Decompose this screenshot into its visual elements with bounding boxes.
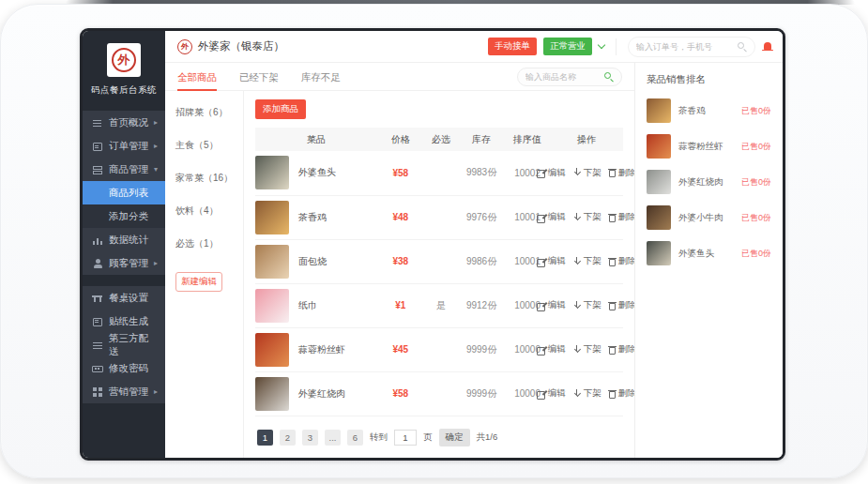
table-row: 外婆鱼头 ¥58 9983份 10002 (255, 151, 623, 195)
sidebar-item-label: 营销管理 (109, 386, 148, 399)
dish-name: 蒜蓉粉丝虾 (298, 343, 345, 356)
tab[interactable]: 库存不足 (301, 63, 341, 91)
search-icon[interactable] (603, 71, 614, 82)
category-item[interactable]: 招牌菜（6） (175, 106, 243, 119)
take-down-action[interactable]: 下架 (572, 167, 602, 179)
edit-action[interactable]: 编辑 (537, 299, 566, 311)
page-button[interactable]: 3 (302, 430, 318, 446)
trash-icon (608, 213, 617, 222)
dish-name: 纸巾 (298, 299, 317, 312)
sidebar-item[interactable]: 添加分类 (83, 204, 165, 228)
dish-name: 茶香鸡 (678, 105, 741, 117)
tab[interactable]: 全部商品 (177, 63, 217, 91)
table-row: 蒜蓉粉丝虾 ¥45 9999份 10000 (255, 327, 623, 371)
category-item[interactable]: 家常菜（16） (175, 172, 243, 185)
category-item[interactable]: 必选（1） (175, 237, 243, 250)
sidebar-item[interactable]: 营销管理 ▸ (83, 380, 165, 403)
table-row: 茶香鸡 ¥48 9976份 10001 (255, 195, 623, 239)
page-button[interactable]: ... (325, 430, 341, 446)
sidebar-item[interactable]: 商品列表 (83, 181, 165, 204)
sold-count-badge: 已售0份 (741, 141, 771, 153)
edit-action[interactable]: 编辑 (537, 343, 566, 355)
table-row: 外婆红烧肉 ¥58 9999份 10000 (255, 371, 623, 416)
category-item[interactable]: 主食（5） (175, 139, 243, 152)
delete-action[interactable]: 删除 (608, 167, 636, 179)
take-down-icon (572, 213, 582, 222)
table-row: 纸巾 ¥1 是 9912份 10000 (255, 283, 623, 327)
sidebar-item[interactable]: 订单管理 ▸ (83, 134, 165, 158)
sidebar-item[interactable]: 顾客管理 ▸ (83, 251, 165, 275)
header-actions: 手动接单 正常营业 (488, 37, 773, 57)
sidebar-item[interactable]: 数据统计 (83, 228, 165, 251)
edit-action[interactable]: 编辑 (537, 387, 566, 400)
product-table-area: 添加商品 菜品 价格 必选 库存 (244, 91, 634, 458)
order-search (628, 37, 755, 57)
delete-action[interactable]: 删除 (608, 299, 636, 311)
stats-icon (92, 234, 103, 246)
sidebar-item-label: 商品列表 (109, 187, 148, 200)
edit-action[interactable]: 编辑 (537, 167, 566, 179)
business-status-button[interactable]: 正常营业 (543, 38, 592, 55)
dish-photo (255, 289, 289, 323)
new-edit-button[interactable]: 新建编辑 (175, 272, 222, 292)
chevron-icon: ▸ (154, 142, 158, 150)
page-button[interactable]: 1 (257, 430, 273, 446)
store-name: 外婆家（银泰店） (198, 39, 284, 53)
dish-photo (255, 201, 289, 234)
edit-action[interactable]: 编辑 (537, 211, 566, 223)
take-down-action[interactable]: 下架 (572, 211, 602, 223)
sidebar-item-label: 添加分类 (109, 210, 148, 223)
category-item[interactable]: 饮料（4） (175, 204, 243, 218)
ranking-item: 蒜蓉粉丝虾 已售0份 (647, 134, 771, 159)
sidebar-item[interactable]: 第三方配送 (83, 333, 165, 356)
sidebar-item[interactable]: 贴纸生成 (83, 310, 165, 333)
delete-action[interactable]: 删除 (608, 387, 636, 400)
goto-page-input[interactable] (394, 430, 417, 446)
edit-icon (537, 301, 546, 310)
sidebar-menu-primary: 首页概况 ▸ 订单管理 ▸ 商品管理 ▾ 商品列表 (83, 111, 165, 275)
take-down-action[interactable]: 下架 (572, 255, 602, 267)
dish-stock: 9976份 (466, 212, 496, 222)
tab[interactable]: 已经下架 (239, 63, 279, 91)
col-sort: 排序值 (506, 128, 550, 151)
dish-stock: 9999份 (466, 344, 496, 355)
ranking-item: 外婆鱼头 已售0份 (647, 241, 771, 265)
dish-price: ¥58 (392, 388, 408, 399)
delete-action[interactable]: 删除 (608, 211, 636, 223)
sidebar-item-label: 餐桌设置 (109, 292, 148, 305)
page-button[interactable]: 6 (347, 430, 363, 446)
product-search-input[interactable] (525, 72, 603, 82)
dish-stock: 9986份 (466, 256, 496, 266)
dish-photo (647, 134, 671, 159)
sidebar-item[interactable]: 修改密码 (83, 356, 165, 380)
take-down-action[interactable]: 下架 (572, 299, 602, 311)
header-divider (616, 38, 617, 55)
page-button[interactable]: 2 (280, 430, 296, 446)
col-required: 必选 (424, 128, 457, 151)
page-unit-label: 页 (423, 431, 433, 444)
chevron-icon: ▸ (154, 118, 158, 127)
delete-action[interactable]: 删除 (608, 255, 636, 267)
dish-photo (647, 241, 671, 265)
brand-title: 码点餐后台系统 (83, 84, 165, 97)
edit-action[interactable]: 编辑 (537, 255, 566, 267)
notification-bell-icon[interactable] (762, 41, 773, 53)
search-icon[interactable] (737, 41, 747, 52)
take-down-action[interactable]: 下架 (572, 343, 602, 355)
chevron-icon: ▾ (154, 165, 158, 174)
take-down-icon (572, 345, 582, 355)
take-down-action[interactable]: 下架 (572, 387, 602, 400)
trash-icon (608, 345, 617, 355)
confirm-button[interactable]: 确定 (439, 429, 470, 446)
delete-action[interactable]: 删除 (608, 343, 636, 355)
dish-price: ¥45 (392, 344, 408, 355)
order-search-input[interactable] (636, 42, 737, 52)
sidebar-item-label: 贴纸生成 (109, 315, 148, 328)
sidebar-item[interactable]: 餐桌设置 (83, 286, 165, 310)
sidebar-item[interactable]: 商品管理 ▾ (83, 158, 165, 181)
edit-icon (537, 345, 546, 355)
sidebar-item[interactable]: 首页概况 ▸ (83, 111, 165, 134)
manual-order-button[interactable]: 手动接单 (488, 38, 537, 55)
add-product-button[interactable]: 添加商品 (255, 99, 306, 119)
chevron-down-icon[interactable] (598, 41, 605, 49)
